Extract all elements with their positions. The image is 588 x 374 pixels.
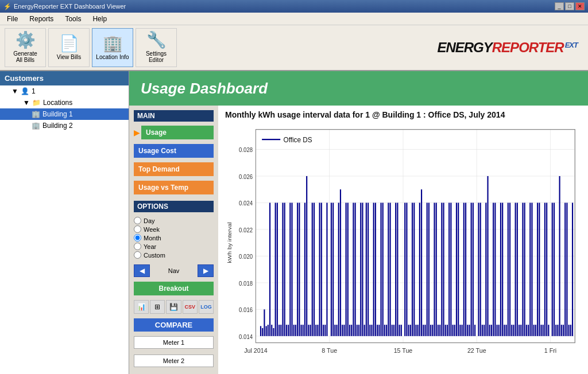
icon-table[interactable]: ⊞ xyxy=(150,300,165,314)
svg-rect-135 xyxy=(459,325,461,336)
view-bills-label: View Bills xyxy=(57,54,82,60)
generate-bills-button[interactable]: ⚙️ Generate All Bills xyxy=(5,28,46,67)
svg-rect-91 xyxy=(377,325,378,336)
tree-building-1[interactable]: 🏢 Building 1 xyxy=(0,108,129,120)
settings-editor-button[interactable]: 🔧 Settings Editor xyxy=(136,28,177,67)
svg-text:0.020: 0.020 xyxy=(239,254,253,260)
svg-rect-114 xyxy=(421,189,422,336)
toolbar: ⚙️ Generate All Bills 📄 View Bills 🏢 Loc… xyxy=(0,25,588,71)
svg-rect-119 xyxy=(430,325,431,336)
radio-week[interactable]: Week xyxy=(134,225,214,233)
nav-prev-button[interactable]: ◀ xyxy=(134,264,150,277)
svg-rect-179 xyxy=(543,325,544,336)
svg-rect-159 xyxy=(506,325,507,336)
svg-rect-73 xyxy=(343,325,345,336)
menu-help[interactable]: Help xyxy=(88,14,111,24)
dashboard-body: MAIN ▶ Usage Usage Cost Top Demand Usage… xyxy=(129,106,588,374)
radio-week-input[interactable] xyxy=(134,225,141,233)
svg-rect-160 xyxy=(508,202,509,336)
location-info-button[interactable]: 🏢 Location Info xyxy=(92,28,133,67)
svg-rect-66 xyxy=(331,202,332,336)
icon-log[interactable]: LOG xyxy=(199,300,214,314)
tree-customer[interactable]: ▼ 👤 1 xyxy=(0,85,129,97)
svg-rect-188 xyxy=(561,325,562,336)
radio-day-input[interactable] xyxy=(134,217,141,224)
menu-reports[interactable]: Reports xyxy=(25,14,58,24)
svg-rect-178 xyxy=(540,325,541,336)
svg-rect-65 xyxy=(326,202,327,336)
svg-rect-131 xyxy=(452,325,454,336)
svg-rect-51 xyxy=(300,325,301,336)
svg-text:0.024: 0.024 xyxy=(239,200,253,207)
usage-cost-button[interactable]: Usage Cost xyxy=(134,144,214,158)
icon-data[interactable]: CSV xyxy=(183,300,198,314)
svg-rect-70 xyxy=(338,202,339,336)
svg-rect-163 xyxy=(513,325,514,336)
sidebar-header: Customers xyxy=(0,71,129,85)
svg-rect-29 xyxy=(260,326,261,336)
menu-tools[interactable]: Tools xyxy=(60,14,86,24)
icon-save[interactable]: 💾 xyxy=(166,300,181,314)
svg-text:15 Tue: 15 Tue xyxy=(394,347,413,354)
svg-text:0.018: 0.018 xyxy=(239,280,253,286)
expand-icon-locations: ▼ xyxy=(23,99,30,107)
chart-svg: Office DS 0.028 0.026 0.024 0.022 xyxy=(225,123,581,369)
radio-custom-input[interactable] xyxy=(134,251,141,259)
svg-rect-143 xyxy=(474,325,475,336)
customer-label: 1 xyxy=(32,87,36,95)
svg-rect-164 xyxy=(515,202,516,336)
svg-rect-42 xyxy=(284,202,285,336)
tree-locations[interactable]: ▼ 📁 Locations xyxy=(0,97,129,108)
radio-month-input[interactable] xyxy=(134,234,141,241)
minimize-button[interactable]: _ xyxy=(555,2,564,10)
chart-container: Office DS 0.028 0.026 0.024 0.022 xyxy=(225,123,581,369)
svg-rect-104 xyxy=(401,325,402,336)
breakout-button[interactable]: Breakout xyxy=(134,282,214,295)
close-button[interactable]: ✕ xyxy=(575,2,585,10)
radio-year-input[interactable] xyxy=(134,243,141,250)
svg-rect-189 xyxy=(563,325,564,336)
svg-rect-126 xyxy=(443,202,444,336)
svg-rect-117 xyxy=(427,202,428,336)
maximize-button[interactable]: □ xyxy=(565,2,574,10)
dashboard-header: Usage Dashboard xyxy=(129,71,588,106)
title-bar: ⚡ EnergyReporter EXT Dashboard Viewer _ … xyxy=(0,0,588,13)
svg-rect-172 xyxy=(529,202,531,336)
dashboard-title: Usage Dashboard xyxy=(141,80,268,98)
svg-rect-149 xyxy=(487,176,488,336)
svg-rect-111 xyxy=(415,325,416,336)
svg-rect-182 xyxy=(548,325,549,336)
usage-button[interactable]: Usage xyxy=(141,126,214,139)
svg-rect-170 xyxy=(526,325,527,336)
radio-month[interactable]: Month xyxy=(134,234,214,241)
svg-rect-101 xyxy=(395,202,396,336)
svg-rect-84 xyxy=(364,325,365,336)
meter1-button[interactable]: Meter 1 xyxy=(134,336,214,349)
tree-building-2[interactable]: 🏢 Building 2 xyxy=(0,120,129,131)
radio-group: Day Week Month Year xyxy=(134,216,214,260)
view-bills-button[interactable]: 📄 View Bills xyxy=(48,28,90,67)
icon-graph[interactable]: 📊 xyxy=(134,300,149,314)
svg-rect-146 xyxy=(482,325,483,336)
location-info-icon: 🏢 xyxy=(103,36,123,52)
radio-custom[interactable]: Custom xyxy=(134,251,214,259)
svg-rect-102 xyxy=(397,202,398,336)
sidebar: Customers ▼ 👤 1 ▼ 📁 Locations 🏢 Building… xyxy=(0,71,129,374)
top-demand-button[interactable]: Top Demand xyxy=(134,162,214,176)
radio-day[interactable]: Day xyxy=(134,217,214,224)
svg-rect-88 xyxy=(371,325,372,336)
usage-vs-temp-button[interactable]: Usage vs Temp xyxy=(134,181,214,194)
nav-next-button[interactable]: ▶ xyxy=(198,264,214,277)
radio-year[interactable]: Year xyxy=(134,243,214,250)
svg-rect-99 xyxy=(392,325,393,336)
svg-rect-41 xyxy=(282,202,283,336)
svg-rect-39 xyxy=(278,325,280,336)
svg-rect-173 xyxy=(531,202,532,336)
meter2-button[interactable]: Meter 2 xyxy=(134,354,214,367)
svg-rect-142 xyxy=(473,202,474,336)
svg-rect-138 xyxy=(465,202,466,336)
svg-rect-106 xyxy=(406,202,407,336)
svg-rect-122 xyxy=(436,202,437,336)
svg-rect-161 xyxy=(509,202,510,336)
menu-file[interactable]: File xyxy=(2,14,22,24)
